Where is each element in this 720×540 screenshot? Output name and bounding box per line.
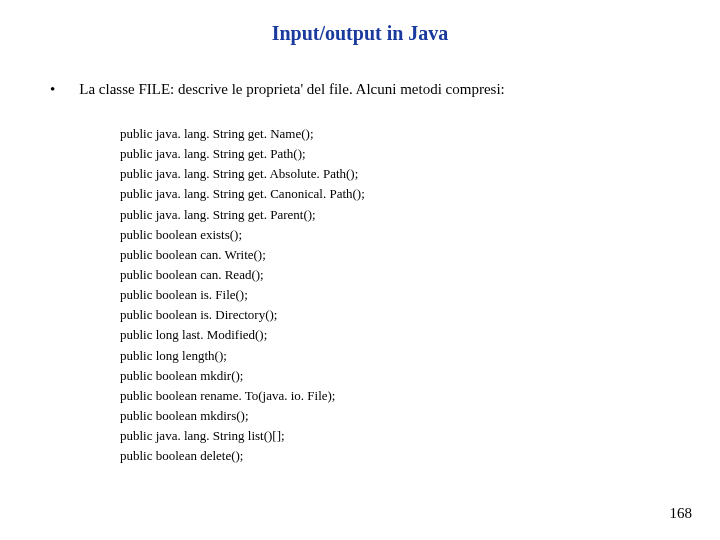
method-line: public boolean rename. To(java. io. File…	[120, 386, 720, 406]
slide-title: Input/output in Java	[0, 0, 720, 45]
method-line: public boolean is. File();	[120, 285, 720, 305]
method-line: public boolean mkdirs();	[120, 406, 720, 426]
method-line: public boolean mkdir();	[120, 366, 720, 386]
method-line: public java. lang. String list()[];	[120, 426, 720, 446]
method-list: public java. lang. String get. Name(); p…	[120, 124, 720, 466]
method-line: public java. lang. String get. Parent();	[120, 205, 720, 225]
method-line: public java. lang. String get. Canonical…	[120, 184, 720, 204]
method-line: public boolean exists();	[120, 225, 720, 245]
method-line: public java. lang. String get. Path();	[120, 144, 720, 164]
method-line: public java. lang. String get. Absolute.…	[120, 164, 720, 184]
method-line: public boolean delete();	[120, 446, 720, 466]
method-line: public boolean can. Read();	[120, 265, 720, 285]
method-line: public boolean can. Write();	[120, 245, 720, 265]
page-number: 168	[670, 505, 693, 522]
method-line: public java. lang. String get. Name();	[120, 124, 720, 144]
intro-text: La classe FILE: descrive le proprieta' d…	[79, 81, 504, 98]
bullet-item: • La classe FILE: descrive le proprieta'…	[50, 81, 720, 98]
method-line: public long length();	[120, 346, 720, 366]
bullet-marker: •	[50, 81, 55, 98]
method-line: public long last. Modified();	[120, 325, 720, 345]
method-line: public boolean is. Directory();	[120, 305, 720, 325]
